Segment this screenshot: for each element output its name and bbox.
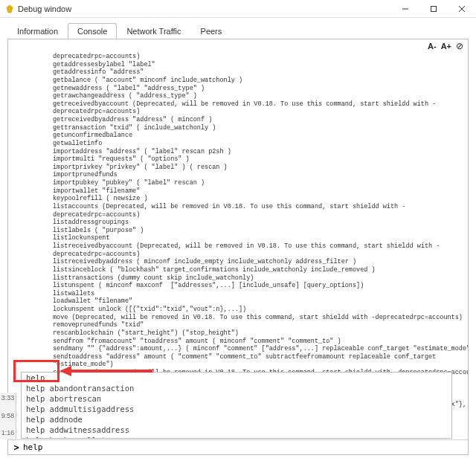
autocomplete-item[interactable]: help abandontransaction — [22, 383, 451, 393]
close-button[interactable] — [448, 0, 476, 18]
side-timestamps: 3:33 9:58 1:16 — [0, 393, 16, 439]
autocomplete-item[interactable]: help addnode — [22, 414, 451, 425]
console-input-row: > — [8, 439, 468, 454]
tab-network-traffic[interactable]: Network Traffic — [117, 23, 190, 39]
clear-console-button[interactable]: ⊘ — [456, 41, 463, 51]
font-larger-button[interactable]: A+ — [441, 42, 451, 51]
maximize-button[interactable] — [419, 0, 448, 18]
tab-bar: Information Console Network Traffic Peer… — [0, 18, 476, 39]
ts-1: 3:33 — [0, 394, 16, 403]
minimize-button[interactable] — [391, 0, 419, 18]
window-controls — [391, 0, 476, 18]
titlebar: Debug window — [0, 0, 476, 18]
autocomplete-item[interactable]: help — [22, 373, 451, 383]
app-icon — [4, 4, 15, 14]
console-input[interactable] — [22, 441, 465, 454]
tab-information[interactable]: Information — [7, 23, 68, 39]
autocomplete-item[interactable]: help abortrescan — [22, 393, 451, 404]
console-toolbar: A- A+ ⊘ — [8, 39, 468, 53]
svg-rect-1 — [431, 6, 437, 11]
window-title: Debug window — [18, 4, 71, 13]
autocomplete-item[interactable]: help addmultisigaddress — [22, 404, 451, 414]
tab-peers[interactable]: Peers — [191, 23, 232, 39]
font-smaller-button[interactable]: A- — [428, 42, 437, 51]
ts-2: 9:58 — [0, 412, 16, 421]
ts-3: 1:16 — [0, 429, 16, 438]
autocomplete-item[interactable]: help addwitnessaddress — [22, 425, 451, 435]
tab-console[interactable]: Console — [68, 23, 117, 39]
autocomplete-dropdown[interactable]: helphelp abandontransactionhelp abortres… — [21, 372, 452, 439]
autocomplete-item[interactable]: help backupwallet — [22, 435, 451, 439]
prompt-icon: > — [11, 442, 22, 453]
